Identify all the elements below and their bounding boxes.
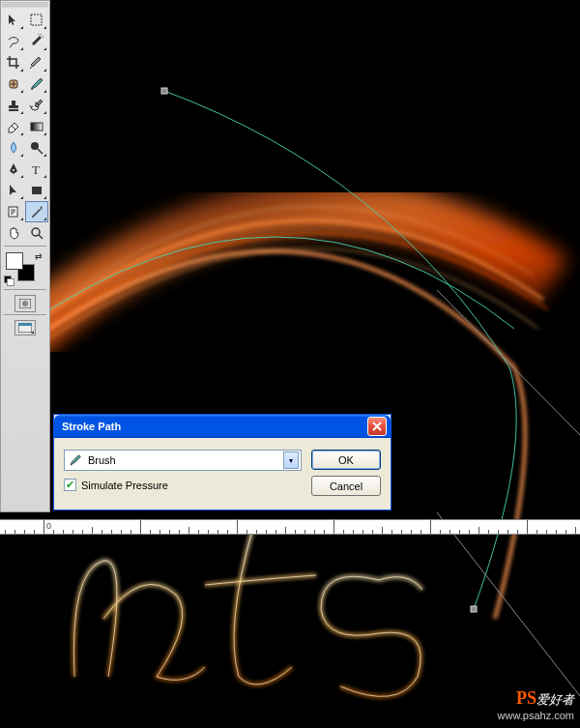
brush-icon	[69, 453, 82, 467]
healing-tool[interactable]	[2, 73, 25, 95]
move-tool[interactable]	[2, 10, 25, 31]
dialog-titlebar[interactable]: Stroke Path	[54, 415, 391, 438]
svg-line-15	[437, 290, 580, 435]
simulate-pressure-label: Simulate Pressure	[81, 480, 168, 491]
svg-rect-14	[471, 606, 477, 612]
notes-tool[interactable]	[2, 201, 25, 222]
eraser-tool[interactable]	[2, 116, 25, 137]
watermark: PS爱好者 www.psahz.com	[498, 688, 574, 722]
svg-rect-13	[161, 88, 167, 94]
shape-tool[interactable]	[25, 180, 48, 201]
swap-colors-icon[interactable]: ⇄	[35, 251, 43, 261]
svg-point-3	[31, 142, 39, 150]
slice-tool[interactable]	[25, 52, 48, 73]
svg-point-10	[22, 301, 28, 306]
eyedropper-tool[interactable]	[25, 201, 48, 222]
svg-rect-2	[31, 123, 43, 131]
history-brush-tool[interactable]	[25, 95, 48, 116]
stroke-tool-select[interactable]: Brush ▾	[64, 450, 302, 471]
lasso-tool[interactable]	[2, 31, 25, 52]
ok-button[interactable]: OK	[311, 450, 381, 470]
dialog-title: Stroke Path	[62, 421, 367, 432]
svg-rect-12	[18, 323, 32, 326]
stamp-tool[interactable]	[2, 95, 25, 116]
svg-rect-6	[32, 187, 42, 194]
type-tool[interactable]: T	[25, 159, 48, 180]
stroke-path-dialog: Stroke Path Brush ▾ ✔ Simulate Pressure …	[53, 414, 392, 510]
quickmask-toggle[interactable]	[14, 295, 36, 312]
gradient-tool[interactable]	[25, 116, 48, 137]
canvas[interactable]	[50, 0, 580, 728]
close-icon[interactable]	[367, 417, 387, 436]
tool-select-label: Brush	[88, 454, 277, 466]
blur-tool[interactable]	[2, 137, 25, 159]
marquee-tool[interactable]	[25, 10, 48, 31]
brush-tool[interactable]	[25, 73, 48, 95]
crop-tool[interactable]	[2, 52, 25, 73]
hand-tool[interactable]	[2, 222, 25, 244]
horizontal-ruler: 0	[0, 519, 580, 535]
artwork	[50, 0, 580, 728]
screen-mode-toggle[interactable]	[14, 320, 36, 335]
pen-tool[interactable]	[2, 159, 25, 180]
zoom-tool[interactable]	[25, 222, 48, 244]
color-swatches[interactable]: ⇄	[4, 250, 46, 285]
svg-rect-0	[31, 15, 42, 25]
cancel-button[interactable]: Cancel	[311, 476, 381, 496]
svg-text:T: T	[32, 162, 40, 177]
toolbox-handle[interactable]	[2, 2, 48, 8]
simulate-pressure-checkbox[interactable]: ✔	[64, 479, 76, 491]
toolbox: T ⇄	[0, 0, 50, 512]
path-select-tool[interactable]	[2, 180, 25, 201]
ruler-label: 0	[46, 521, 51, 531]
svg-point-4	[13, 169, 14, 171]
chevron-down-icon[interactable]: ▾	[283, 451, 299, 469]
default-colors-icon[interactable]	[4, 276, 14, 285]
svg-line-16	[437, 512, 580, 696]
svg-point-8	[32, 228, 40, 236]
dodge-tool[interactable]	[25, 137, 48, 159]
foreground-swatch[interactable]	[6, 252, 23, 270]
wand-tool[interactable]	[25, 31, 48, 52]
